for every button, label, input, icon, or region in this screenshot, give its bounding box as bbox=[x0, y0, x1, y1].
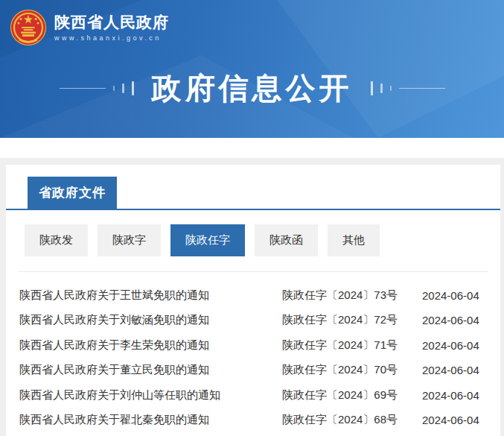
document-date: 2024-06-04 bbox=[422, 339, 487, 352]
table-row[interactable]: 陕西省人民政府关于翟北秦免职的通知 陕政任字〔2024〕68号 2024-06-… bbox=[6, 408, 500, 432]
document-number: 陕政任字〔2024〕71号 bbox=[282, 338, 422, 353]
title-decor-bar bbox=[380, 83, 383, 93]
filter-tab[interactable]: 陕政任字 bbox=[170, 224, 245, 256]
document-title-link[interactable]: 陕西省人民政府关于翟北秦免职的通知 bbox=[19, 413, 282, 427]
document-number: 陕政任字〔2024〕68号 bbox=[282, 413, 422, 427]
document-title-link[interactable]: 陕西省人民政府关于李生荣免职的通知 bbox=[19, 338, 282, 353]
document-title-link[interactable]: 陕西省人民政府关于王世斌免职的通知 bbox=[19, 288, 282, 303]
section-tabbar: 省政府文件 bbox=[6, 165, 500, 210]
document-date: 2024-06-04 bbox=[422, 389, 487, 402]
table-row[interactable]: 陕西省人民政府关于李生荣免职的通知 陕政任字〔2024〕71号 2024-06-… bbox=[6, 333, 500, 358]
site-logo[interactable]: 陕西省人民政府 www.shaanxi.gov.cn bbox=[10, 9, 169, 46]
title-decor-line-left bbox=[60, 88, 106, 89]
document-title-link[interactable]: 陕西省人民政府关于刘仲山等任职的通知 bbox=[19, 388, 282, 402]
documents-panel: 省政府文件 陕政发 陕政字 陕政任字 陕政函 其他 陕西省人民政府关于王世斌免职… bbox=[6, 165, 500, 436]
page-title: 政府信息公开 bbox=[152, 72, 353, 104]
document-title-link[interactable]: 陕西省人民政府关于刘敏涵免职的通知 bbox=[19, 313, 282, 327]
filter-tab[interactable]: 其他 bbox=[328, 224, 380, 256]
document-date: 2024-06-04 bbox=[422, 364, 487, 376]
document-number: 陕政任字〔2024〕73号 bbox=[282, 288, 422, 303]
list-divider bbox=[19, 271, 488, 272]
document-number: 陕政任字〔2024〕69号 bbox=[282, 388, 422, 402]
document-title-link[interactable]: 陕西省人民政府关于董立民免职的通知 bbox=[19, 363, 282, 377]
site-url: www.shaanxi.gov.cn bbox=[54, 34, 169, 42]
title-decor-bar bbox=[371, 81, 373, 95]
title-decor-line-right bbox=[399, 88, 445, 89]
table-row[interactable]: 陕西省人民政府关于王世斌免职的通知 陕政任字〔2024〕73号 2024-06-… bbox=[6, 283, 500, 308]
document-type-filter-tabs: 陕政发 陕政字 陕政任字 陕政函 其他 bbox=[25, 224, 500, 256]
filter-tab[interactable]: 陕政发 bbox=[25, 224, 88, 256]
title-decor-bar bbox=[132, 81, 134, 95]
document-number: 陕政任字〔2024〕72号 bbox=[282, 313, 422, 327]
document-list: 陕西省人民政府关于王世斌免职的通知 陕政任字〔2024〕73号 2024-06-… bbox=[6, 283, 500, 432]
filter-tab[interactable]: 陕政函 bbox=[255, 224, 318, 256]
table-row[interactable]: 陕西省人民政府关于董立民免职的通知 陕政任字〔2024〕70号 2024-06-… bbox=[6, 358, 500, 382]
title-decor-bar bbox=[113, 86, 115, 91]
document-date: 2024-06-04 bbox=[422, 289, 487, 302]
title-decor-bar bbox=[390, 86, 392, 91]
table-row[interactable]: 陕西省人民政府关于刘仲山等任职的通知 陕政任字〔2024〕69号 2024-06… bbox=[6, 382, 500, 407]
site-name: 陕西省人民政府 bbox=[54, 13, 169, 31]
banner-content-gap bbox=[0, 138, 504, 158]
document-number: 陕政任字〔2024〕70号 bbox=[282, 363, 422, 377]
table-row[interactable]: 陕西省人民政府关于刘敏涵免职的通知 陕政任字〔2024〕72号 2024-06-… bbox=[6, 308, 500, 332]
filter-tab[interactable]: 陕政字 bbox=[98, 224, 161, 256]
site-banner: 陕西省人民政府 www.shaanxi.gov.cn 政府信息公开 bbox=[0, 0, 504, 138]
document-date: 2024-06-04 bbox=[422, 414, 487, 426]
page-background: 省政府文件 陕政发 陕政字 陕政任字 陕政函 其他 陕西省人民政府关于王世斌免职… bbox=[0, 158, 504, 436]
tab-provincial-gov-documents[interactable]: 省政府文件 bbox=[28, 177, 117, 209]
document-date: 2024-06-04 bbox=[422, 314, 487, 326]
title-decor-bar bbox=[122, 83, 124, 93]
national-emblem-icon bbox=[10, 9, 47, 46]
